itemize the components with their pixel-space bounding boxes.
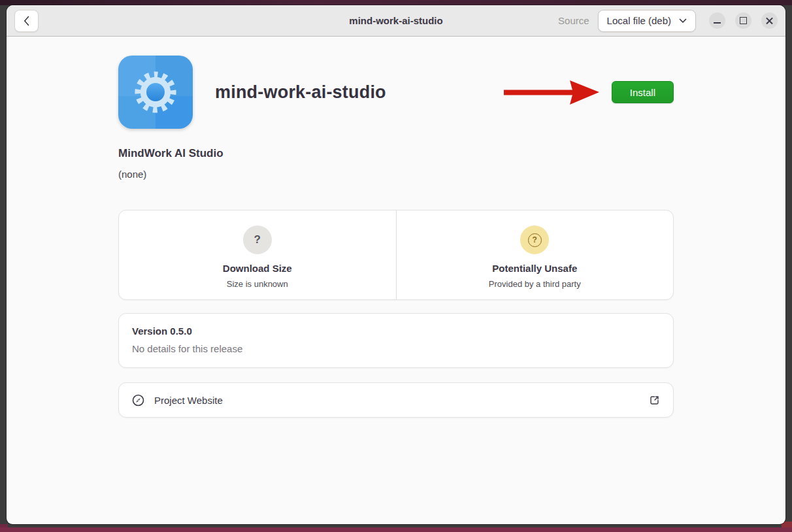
- compass-icon: [132, 394, 144, 407]
- external-link-icon: [649, 395, 660, 406]
- window-title: mind-work-ai-studio: [349, 15, 442, 26]
- annotation-arrow: [503, 74, 601, 110]
- app-details-page: mind-work-ai-studio Install MindWork AI …: [7, 37, 785, 418]
- version-row[interactable]: Version 0.5.0 No details for this releas…: [118, 313, 674, 368]
- chevron-down-icon: [679, 18, 687, 24]
- tile-subtitle: Provided by a third party: [397, 279, 674, 289]
- minimize-button[interactable]: [709, 12, 725, 29]
- package-title: mind-work-ai-studio: [215, 82, 386, 103]
- tile-subtitle: Size is unknown: [119, 279, 396, 289]
- desktop-wallpaper-bottom: [0, 527, 792, 532]
- question-mark-icon: ?: [243, 225, 272, 254]
- install-button[interactable]: Install: [612, 81, 674, 103]
- maximize-icon: [740, 17, 747, 24]
- titlebar: mind-work-ai-studio Source Local file (d…: [7, 5, 785, 37]
- desktop-wallpaper-top: [0, 0, 792, 5]
- close-button[interactable]: [761, 12, 778, 29]
- software-app-window: mind-work-ai-studio Source Local file (d…: [7, 5, 785, 524]
- app-developer: (none): [118, 169, 674, 180]
- version-subtitle: No details for this release: [132, 343, 660, 354]
- source-label: Source: [558, 15, 589, 26]
- chevron-left-icon: [24, 16, 29, 26]
- source-dropdown-value: Local file (deb): [607, 15, 671, 26]
- back-button[interactable]: [14, 10, 39, 32]
- project-website-row[interactable]: Project Website: [118, 382, 674, 418]
- gear-icon: [129, 66, 182, 118]
- website-label: Project Website: [154, 395, 223, 406]
- tile-title: Download Size: [119, 263, 396, 274]
- version-title: Version 0.5.0: [132, 325, 660, 337]
- safety-tile[interactable]: ? Potentially Unsafe Provided by a third…: [396, 210, 674, 299]
- app-display-name: MindWork AI Studio: [118, 147, 674, 160]
- download-size-tile[interactable]: ? Download Size Size is unknown: [119, 210, 396, 299]
- close-icon: [765, 16, 774, 25]
- circled-question-icon: ?: [520, 225, 549, 254]
- window-controls: [709, 12, 778, 29]
- tile-title: Potentially Unsafe: [397, 263, 674, 274]
- minimize-icon: [714, 22, 721, 24]
- context-tiles-card: ? Download Size Size is unknown ? Potent…: [118, 210, 674, 300]
- maximize-button[interactable]: [735, 12, 751, 29]
- source-dropdown[interactable]: Local file (deb): [598, 10, 696, 32]
- app-icon: [118, 56, 193, 129]
